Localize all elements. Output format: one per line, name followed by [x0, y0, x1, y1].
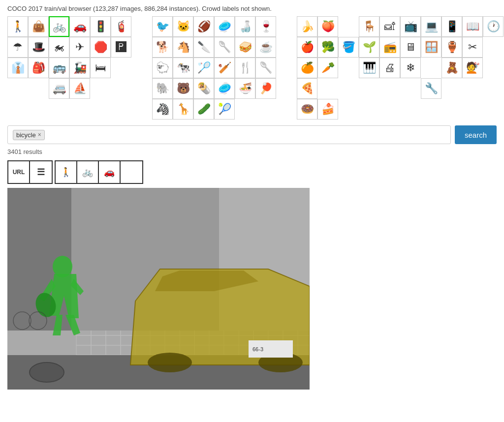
header-text: COCO 2017 train/val browser (123,287 ima…: [7, 5, 497, 12]
icon-backpack[interactable]: 🎒: [28, 58, 49, 78]
icon-badminton[interactable]: 🏸: [193, 58, 214, 78]
icon-empty22: [276, 99, 297, 120]
icon-tennis[interactable]: 🎾: [214, 99, 235, 120]
search-input-wrapper[interactable]: bicycle ×: [7, 125, 451, 144]
icon-oven[interactable]: 🖥: [400, 37, 421, 58]
icon-fork[interactable]: 🍴: [235, 58, 255, 78]
search-tag-remove[interactable]: ×: [38, 131, 41, 138]
icon-gap8: [276, 58, 297, 78]
icon-elephant[interactable]: 🐘: [152, 78, 173, 99]
icon-sports-ball[interactable]: 🏈: [193, 16, 214, 37]
icon-vase[interactable]: 🏺: [441, 37, 462, 58]
list-view-button[interactable]: ☰: [30, 161, 52, 183]
car-filter-button[interactable]: 🚗: [99, 161, 121, 183]
icon-fire-hydrant[interactable]: 🧯: [111, 16, 131, 37]
person-filter-button[interactable]: 🚶: [56, 161, 77, 183]
icon-microwave[interactable]: 📱: [441, 16, 462, 37]
search-button[interactable]: search: [455, 125, 497, 144]
icon-chair[interactable]: 🪑: [359, 16, 379, 37]
icon-potted-plant[interactable]: 🌱: [359, 37, 379, 58]
icon-pizza[interactable]: 🍕: [297, 78, 317, 99]
icon-sandwich[interactable]: 🥪: [235, 37, 255, 58]
icon-train[interactable]: 🚂: [69, 58, 90, 78]
icon-truck[interactable]: 🚐: [49, 78, 69, 99]
icon-wrench[interactable]: 🔧: [421, 78, 441, 99]
icon-car[interactable]: 🚗: [69, 16, 90, 37]
icon-baseball-bat[interactable]: 🏏: [214, 58, 235, 78]
icon-handbag[interactable]: 👜: [28, 16, 49, 37]
icon-person[interactable]: 🚶: [7, 16, 28, 37]
icon-empty6: [276, 78, 297, 99]
icon-noodles[interactable]: 🍜: [235, 78, 255, 99]
search-tag-label: bicycle: [16, 131, 36, 139]
icon-apple[interactable]: 🍎: [297, 37, 317, 58]
icon-parking-meter[interactable]: 🅿: [111, 37, 131, 58]
icon-book[interactable]: 📖: [462, 16, 483, 37]
icon-bench[interactable]: 🛏: [90, 58, 111, 78]
icon-motorcycle[interactable]: 🏍: [49, 37, 69, 58]
icon-empty4: [111, 78, 131, 99]
icon-laptop[interactable]: 💻: [421, 16, 441, 37]
bicycle-filter-button[interactable]: 🚲: [77, 161, 99, 183]
icon-empty18: [111, 99, 131, 120]
icon-hat[interactable]: 🎩: [28, 37, 49, 58]
icon-toaster[interactable]: 🪟: [421, 37, 441, 58]
icon-gap1: [131, 16, 152, 37]
icon-umbrella[interactable]: ☂: [7, 37, 28, 58]
icon-refrigerator[interactable]: 📻: [379, 37, 400, 58]
icon-teddy-bear[interactable]: 🧸: [441, 58, 462, 78]
icon-knife[interactable]: 🔪: [193, 37, 214, 58]
icon-cow[interactable]: 🐄: [173, 58, 193, 78]
icon-desk[interactable]: 🎹: [359, 58, 379, 78]
icon-cucumber[interactable]: 🥒: [193, 99, 214, 120]
icon-sink[interactable]: ❄: [400, 58, 421, 78]
icon-empty14: [28, 99, 49, 120]
icon-spoon2[interactable]: 🥄: [255, 58, 276, 78]
icon-cup[interactable]: ☕: [255, 37, 276, 58]
icon-broccoli[interactable]: 🥦: [317, 37, 338, 58]
icon-bear[interactable]: 🐻: [173, 78, 193, 99]
icon-scissors[interactable]: ✂: [462, 37, 483, 58]
icon-wine-glass[interactable]: 🍷: [255, 16, 276, 37]
url-view-button[interactable]: URL: [8, 161, 30, 183]
view-btn-group-right: 🚶 🚲 🚗: [55, 160, 143, 184]
icon-boat[interactable]: ⛵: [69, 78, 90, 99]
icon-cat[interactable]: 🐱: [173, 16, 193, 37]
icon-zebra[interactable]: 🦓: [152, 99, 173, 120]
icon-bird[interactable]: 🐦: [152, 16, 173, 37]
icon-horse[interactable]: 🐴: [173, 37, 193, 58]
icon-ping-pong[interactable]: 🏓: [255, 78, 276, 99]
icon-empty15: [49, 99, 69, 120]
icon-toilet[interactable]: 🖨: [379, 58, 400, 78]
icon-bottle[interactable]: 🍶: [235, 16, 255, 37]
icon-giraffe[interactable]: 🦒: [173, 99, 193, 120]
icon-traffic-light[interactable]: 🚦: [90, 16, 111, 37]
icon-donut[interactable]: 🍩: [297, 99, 317, 120]
icon-banana[interactable]: 🍌: [297, 16, 317, 37]
icon-frisbee[interactable]: 🥏: [214, 16, 235, 37]
icon-carrot[interactable]: 🥕: [317, 58, 338, 78]
icon-clock[interactable]: 🕐: [483, 16, 504, 37]
icon-tie[interactable]: 👔: [7, 58, 28, 78]
icon-gap10: [421, 58, 441, 78]
icon-orange[interactable]: 🍊: [297, 58, 317, 78]
icon-stop-sign[interactable]: 🛑: [90, 37, 111, 58]
icon-spoon[interactable]: 🥄: [214, 37, 235, 58]
empty-filter-button[interactable]: [121, 161, 142, 183]
icon-bus[interactable]: 🚌: [49, 58, 69, 78]
icon-tv[interactable]: 📺: [400, 16, 421, 37]
icon-empty1: [7, 78, 28, 99]
icon-empty11: [400, 78, 421, 99]
icon-peach[interactable]: 🍑: [317, 16, 338, 37]
icon-burrito[interactable]: 🌯: [193, 78, 214, 99]
icon-couch[interactable]: 🛋: [379, 16, 400, 37]
icon-hair-drier[interactable]: 💇: [462, 58, 483, 78]
icon-airplane[interactable]: ✈: [69, 37, 90, 58]
icon-frisbee2[interactable]: 🥏: [214, 78, 235, 99]
icon-dog[interactable]: 🐕: [152, 37, 173, 58]
icon-sheep[interactable]: 🐑: [152, 58, 173, 78]
icon-bowl[interactable]: 🪣: [338, 37, 359, 58]
icon-row-1: 🚶 👜 🚲 🚗 🚦 🧯 🐦 🐱 🏈 🥏 🍶 🍷 🍌 🍑 🪑 🛋 📺 💻 📱 📖 …: [7, 16, 497, 37]
icon-cake[interactable]: 🍰: [317, 99, 338, 120]
icon-bicycle[interactable]: 🚲: [49, 16, 69, 37]
